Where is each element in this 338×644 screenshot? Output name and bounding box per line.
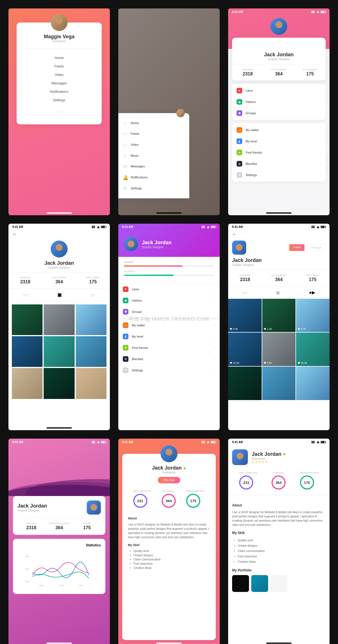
- gallery-item[interactable]: [76, 304, 106, 335]
- gallery-item[interactable]: [44, 304, 74, 335]
- profile-role: Graphic Designer: [232, 263, 326, 266]
- likes-icon: ♥: [123, 286, 128, 292]
- video-item[interactable]: 2.5k: [262, 333, 296, 366]
- skill-item: Quality work: [134, 549, 210, 553]
- video-item[interactable]: 4.7k: [296, 299, 330, 332]
- gallery-item[interactable]: [44, 368, 74, 399]
- menu-item-my-level[interactable]: ▮My level›: [118, 331, 220, 342]
- portfolio-item[interactable]: [232, 575, 249, 592]
- skill-item: Clean communication: [134, 557, 210, 562]
- menu-item-find-friends[interactable]: ✚Find friends›: [232, 147, 326, 158]
- menu-item-settings[interactable]: ⚙Settings: [118, 183, 189, 194]
- menu-item-likes[interactable]: ♥Likes›: [232, 85, 326, 96]
- menu-item-home[interactable]: Home: [22, 54, 96, 62]
- gallery-item[interactable]: [76, 368, 106, 399]
- screen-profile-videos: 9:41 AM ← Follow Message Jack Jordan Gra…: [228, 224, 330, 430]
- gallery-item[interactable]: [44, 336, 74, 367]
- menu-item-feeds[interactable]: ▭Feeds: [118, 128, 189, 139]
- screen-profile-gallery: 9:41 AM ← Jack Jordan Graphic Designer F…: [8, 224, 110, 430]
- menu-item-visitors[interactable]: ◉Visitors›: [118, 295, 220, 306]
- stats-row: FRIENDS2318FOLLOWING364FOLLOWER175: [232, 64, 326, 80]
- gallery-item[interactable]: [76, 336, 106, 367]
- follow-button[interactable]: Follow: [289, 244, 304, 251]
- gallery-item[interactable]: [12, 304, 43, 335]
- menu-list: HomeFeedsVideoMessagesNotificationsSetti…: [22, 48, 96, 104]
- avatar[interactable]: [270, 18, 287, 35]
- tab-image-icon[interactable]: ▣: [276, 290, 280, 295]
- menu-item-my-level[interactable]: ▮My level›: [232, 136, 326, 147]
- heart-icon: [298, 328, 300, 330]
- avatar-mini[interactable]: [176, 109, 185, 117]
- menu-item-groups[interactable]: ⚉Groups›: [118, 306, 220, 317]
- screen-freelancer-detail: 9:41 AM Jack Jordan ● Freelancer ★ ★ ★ ★…: [228, 439, 330, 644]
- about-heading: About: [232, 503, 326, 508]
- avatar[interactable]: [232, 449, 248, 465]
- avatar[interactable]: [51, 241, 68, 257]
- chevron-right-icon: ›: [320, 111, 321, 115]
- chevron-right-icon: ›: [214, 310, 215, 313]
- chevron-down-icon[interactable]: ︾: [22, 110, 96, 116]
- music-icon: ♪: [123, 153, 127, 158]
- menu-item-settings[interactable]: Settings: [22, 96, 96, 104]
- gallery-item[interactable]: [12, 368, 43, 399]
- video-item[interactable]: 10.5k: [296, 333, 330, 366]
- back-button[interactable]: ←: [228, 230, 330, 238]
- screen-freelancer-profile: 9:41 AM Jack Jordan ● Freelancer Hire no…: [118, 439, 220, 644]
- menu-item-groups[interactable]: ⚉Groups›: [232, 107, 326, 119]
- waves-hero: [8, 445, 110, 496]
- tab-video-icon[interactable]: ▷: [92, 292, 95, 297]
- menu-item-visitors[interactable]: ◉Visitors›: [232, 96, 326, 107]
- portfolio-row: [232, 575, 326, 592]
- back-button[interactable]: ←: [8, 230, 110, 238]
- tab-video-icon[interactable]: ●▶: [309, 290, 315, 295]
- menu-item-notifications[interactable]: 🔔Notifications: [118, 172, 189, 183]
- tab-card-icon[interactable]: ▭: [23, 292, 28, 297]
- menu-item-blacklist[interactable]: ⊘Blacklist›: [232, 158, 326, 169]
- avatar[interactable]: [51, 14, 68, 31]
- bar-power: POWER: [124, 261, 214, 267]
- message-button[interactable]: Message: [307, 244, 326, 251]
- menu-item-messages[interactable]: ✉Messages: [118, 161, 189, 172]
- video-item[interactable]: 12.4k: [228, 333, 262, 366]
- menu-item-home[interactable]: ⌂Home: [118, 118, 189, 128]
- menu-item-messages[interactable]: Messages: [22, 79, 96, 87]
- video-item[interactable]: 2.5k: [228, 299, 262, 332]
- avatar[interactable]: [161, 445, 177, 462]
- menu-item-likes[interactable]: ♥Likes›: [118, 284, 220, 295]
- avatar[interactable]: [124, 237, 138, 251]
- menu-item-settings[interactable]: ⚙Settings›: [232, 169, 326, 181]
- profile-name: Jack Jordan: [252, 451, 281, 457]
- menu-item-notifications[interactable]: Notifications: [22, 87, 96, 96]
- stats-row: FRIENDS2318FOLLOWING364FOLLOWER175: [8, 272, 110, 289]
- video-item[interactable]: [262, 367, 296, 400]
- profile-role: Graphic Designer: [142, 246, 172, 249]
- home-indicator: [46, 427, 72, 428]
- hire-button[interactable]: Hire now: [158, 477, 180, 483]
- gallery-item[interactable]: [12, 336, 43, 367]
- menu-item-settings[interactable]: ⚙Settings›: [118, 365, 220, 376]
- video-item[interactable]: [228, 367, 262, 400]
- menu-item-video[interactable]: Video: [22, 71, 96, 79]
- tab-image-icon[interactable]: ▣: [57, 292, 62, 297]
- stat-following: FOLLOWING364: [42, 276, 76, 284]
- portfolio-item[interactable]: [251, 575, 268, 592]
- menu-section-1: ♥Likes›◉Visitors›⚉Groups›: [118, 284, 220, 317]
- menu-item-blacklist[interactable]: ⊘Blacklist›: [118, 353, 220, 365]
- menu-item-find-friends[interactable]: ✚Find friends›: [118, 342, 220, 353]
- avatar[interactable]: [87, 501, 101, 515]
- menu-item-my-wallet[interactable]: ▭My wallet›: [118, 320, 220, 331]
- video-item[interactable]: 1.2k: [262, 299, 296, 332]
- video-item[interactable]: [296, 367, 330, 400]
- find-friends-icon: ✚: [123, 345, 128, 351]
- portfolio-heading: My Portfolio: [232, 568, 326, 573]
- menu-item-video[interactable]: ▷Video: [118, 139, 189, 150]
- tabs: ▭ ▣ ▷: [8, 289, 110, 301]
- menu-item-my-wallet[interactable]: ▭My wallet›: [232, 124, 326, 136]
- menu-item-feeds[interactable]: Feeds: [22, 62, 96, 71]
- avatar[interactable]: [232, 241, 246, 255]
- profile-name: Jack Jordan: [142, 240, 172, 246]
- side-menu-card: ⌂Home▭Feeds▷Video♪Music✉Messages🔔Notific…: [118, 113, 189, 198]
- menu-item-music[interactable]: ♪Music: [118, 150, 189, 161]
- portfolio-item[interactable]: [270, 575, 287, 592]
- tab-card-icon[interactable]: ▭: [243, 290, 247, 295]
